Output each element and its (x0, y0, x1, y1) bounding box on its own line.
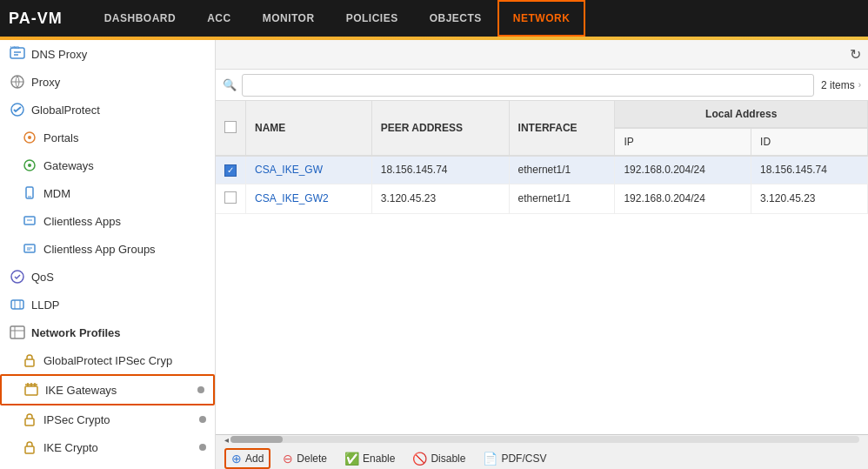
sidebar-item-proxy[interactable]: Proxy (0, 68, 215, 96)
row2-interface: ethernet1/1 (509, 184, 615, 213)
sidebar-item-gateways[interactable]: Gateways (0, 151, 215, 179)
row1-id: 18.156.145.74 (751, 156, 868, 184)
delete-button[interactable]: ⊖ Delete (277, 449, 332, 468)
clientless-apps-icon (21, 212, 38, 230)
sidebar-item-lldp[interactable]: LLDP (0, 291, 215, 318)
header-checkbox-cell (216, 101, 246, 156)
nav-network[interactable]: NETWORK (497, 0, 586, 37)
row1-checkbox-cell[interactable]: ✓ (216, 156, 246, 184)
scrollbar-thumb[interactable] (230, 436, 283, 443)
add-icon: ⊕ (231, 452, 242, 466)
ike-crypto-dot (199, 444, 206, 451)
header-interface: INTERFACE (509, 101, 615, 156)
row2-checkbox[interactable] (224, 191, 237, 204)
network-profiles-label: Network Profiles (31, 326, 121, 339)
header-ip: IP (615, 128, 751, 156)
disable-button[interactable]: 🚫 Disable (407, 449, 471, 468)
enable-button[interactable]: ✅ Enable (339, 449, 400, 468)
svg-rect-22 (10, 326, 24, 338)
gateways-icon (21, 157, 38, 174)
enable-label: Enable (363, 452, 395, 465)
sidebar-item-qos[interactable]: QoS (0, 263, 215, 291)
row2-name[interactable]: CSA_IKE_GW2 (246, 184, 372, 213)
svg-rect-32 (25, 446, 34, 453)
ike-gateways-label: IKE Gateways (45, 384, 117, 397)
sidebar-item-globalprotect[interactable]: GlobalProtect (0, 96, 215, 124)
enable-icon: ✅ (344, 452, 359, 466)
row2-name-link[interactable]: CSA_IKE_GW2 (255, 192, 329, 204)
ike-gateways-table: NAME PEER ADDRESS INTERFACE Local Addres… (216, 101, 868, 214)
disable-icon: 🚫 (412, 452, 427, 466)
svg-rect-19 (11, 300, 23, 309)
mdm-icon (21, 184, 38, 202)
portals-icon (21, 129, 38, 146)
sidebar-section-network-profiles[interactable]: Network Profiles (0, 318, 215, 346)
qos-label: QoS (31, 271, 54, 284)
clientless-app-groups-label: Clientless App Groups (43, 243, 156, 256)
add-label: Add (245, 452, 264, 465)
row2-checkbox-cell[interactable] (216, 184, 246, 213)
delete-icon: ⊖ (283, 452, 293, 466)
row1-peer-address: 18.156.145.74 (371, 156, 509, 184)
ipsec-crypto-label: IPSec Crypto (43, 413, 110, 426)
refresh-icon[interactable]: ↻ (850, 46, 861, 63)
qos-icon (9, 268, 26, 285)
select-all-checkbox[interactable] (224, 121, 237, 133)
items-count: 2 items (821, 79, 855, 91)
content-toolbar: ↻ (216, 40, 868, 70)
row1-checkbox[interactable]: ✓ (224, 164, 237, 177)
svg-rect-26 (25, 386, 37, 395)
row1-name-link[interactable]: CSA_IKE_GW (255, 164, 323, 176)
nav-dashboard[interactable]: DASHBOARD (89, 0, 192, 37)
add-button[interactable]: ⊕ Add (224, 448, 270, 469)
sidebar-item-clientless-apps[interactable]: Clientless Apps (0, 207, 215, 235)
nav-acc[interactable]: ACC (191, 0, 247, 37)
header-name: NAME (246, 101, 372, 156)
bottom-toolbar: ◂ ⊕ Add ⊖ Delete ✅ E (216, 434, 868, 469)
row2-ip: 192.168.0.204/24 (615, 184, 751, 213)
portals-label: Portals (43, 131, 78, 144)
nav-policies[interactable]: POLICIES (331, 0, 414, 37)
scroll-left-arrow[interactable]: ◂ (224, 435, 229, 445)
sidebar: DNS DNS Proxy Proxy GlobalProtect Portal… (0, 40, 216, 469)
top-nav: PA-VM DASHBOARD ACC MONITOR POLICIES OBJ… (0, 0, 868, 37)
table-row: CSA_IKE_GW2 3.120.45.23 ethernet1/1 192.… (216, 184, 868, 213)
row1-ip: 192.168.0.204/24 (615, 156, 751, 184)
horizontal-scrollbar[interactable] (230, 436, 859, 443)
delete-label: Delete (297, 452, 327, 465)
row2-peer-address: 3.120.45.23 (371, 184, 509, 213)
row1-interface: ethernet1/1 (509, 156, 615, 184)
mdm-label: MDM (43, 187, 70, 200)
row2-id: 3.120.45.23 (751, 184, 868, 213)
sidebar-item-mdm[interactable]: MDM (0, 179, 215, 207)
ipsec-crypto-dot (199, 416, 206, 423)
header-peer-address: PEER ADDRESS (371, 101, 509, 156)
lldp-label: LLDP (31, 298, 60, 312)
pdf-csv-button[interactable]: 📄 PDF/CSV (477, 449, 551, 468)
svg-point-8 (28, 136, 31, 139)
sidebar-item-ike-gateways[interactable]: IKE Gateways (0, 374, 215, 405)
header-local-address-group: Local Address (615, 101, 868, 128)
svg-rect-25 (25, 359, 34, 366)
ike-gateways-icon (23, 381, 40, 399)
sidebar-item-portals[interactable]: Portals (0, 124, 215, 151)
table-container[interactable]: NAME PEER ADDRESS INTERFACE Local Addres… (216, 101, 868, 434)
clientless-apps-label: Clientless Apps (43, 215, 121, 228)
sidebar-item-clientless-app-groups[interactable]: Clientless App Groups (0, 235, 215, 263)
dns-proxy-icon: DNS (9, 45, 26, 63)
nav-monitor[interactable]: MONITOR (247, 0, 331, 37)
ike-crypto-label: IKE Crypto (43, 441, 98, 454)
search-input[interactable] (242, 74, 814, 97)
sidebar-item-gp-ipsec[interactable]: GlobalProtect IPSec Cryp (0, 346, 215, 374)
row1-name[interactable]: CSA_IKE_GW (246, 156, 372, 184)
sidebar-item-dns-proxy[interactable]: DNS DNS Proxy (0, 40, 215, 68)
sidebar-item-ike-crypto[interactable]: IKE Crypto (0, 433, 215, 461)
search-bar: 🔍 2 items › (216, 70, 868, 101)
dns-proxy-label: DNS Proxy (31, 48, 87, 61)
ipsec-crypto-icon (21, 411, 38, 428)
nav-objects[interactable]: OBJECTS (414, 0, 497, 37)
sidebar-item-ipsec-crypto[interactable]: IPSec Crypto (0, 405, 215, 433)
gp-ipsec-icon (21, 352, 38, 369)
ike-gateways-dot (197, 386, 204, 393)
main-layout: DNS DNS Proxy Proxy GlobalProtect Portal… (0, 40, 868, 469)
